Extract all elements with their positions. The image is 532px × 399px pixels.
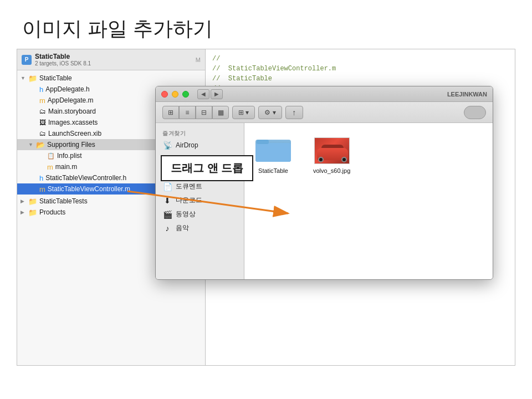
svg-rect-2 xyxy=(255,143,291,162)
chevron-right-icon: ▶ xyxy=(21,209,28,215)
maximize-button[interactable] xyxy=(182,91,189,98)
sidebar-item-label: 도큐멘트 xyxy=(176,182,202,191)
sidebar-item-label: AirDrop xyxy=(176,141,198,149)
plist-icon: 📋 xyxy=(47,152,55,160)
movies-icon: 🎬 xyxy=(162,210,172,219)
chevron-down-icon: ▼ xyxy=(28,142,36,147)
view-mode-buttons: ⊞ ≡ ⊟ ▦ xyxy=(162,106,229,119)
sidebar-item-label: 음악 xyxy=(176,223,189,233)
m-file-icon: m xyxy=(39,185,45,193)
music-icon: ♪ xyxy=(162,224,172,233)
finder-item-label-folder: StaticTable xyxy=(258,167,288,174)
m-file-icon: m xyxy=(39,96,45,105)
tree-item-staticTable-group[interactable]: ▼ 📁 StaticTable xyxy=(17,73,205,84)
action-button[interactable]: ⚙ ▾ xyxy=(258,106,282,119)
code-line-3: // StaticTable xyxy=(212,74,508,84)
sidebar-toggle-button[interactable] xyxy=(464,106,486,119)
finder-nav-buttons: ◀ ▶ xyxy=(197,89,223,99)
sidebar-item-airdrop[interactable]: 📡 AirDrop xyxy=(156,139,244,152)
share-button[interactable]: ↑ xyxy=(285,106,303,119)
finder-item-folder[interactable]: StaticTable xyxy=(255,134,291,174)
tree-item-label: StaticTable xyxy=(39,74,203,82)
sidebar-item-documents[interactable]: 📄 도큐멘트 xyxy=(156,180,244,193)
downloads-icon: ⬇ xyxy=(162,196,172,205)
project-subtitle: 2 targets, iOS SDK 8.1 xyxy=(35,60,192,66)
column-view-button[interactable]: ⊟ xyxy=(196,106,212,119)
favorites-title: 즐겨찾기 xyxy=(156,127,244,139)
storyboard-icon: 🗂 xyxy=(39,108,46,115)
icon-view-button[interactable]: ⊞ xyxy=(162,106,179,119)
sidebar-item-label: 동영상 xyxy=(176,209,196,219)
arrange-button[interactable]: ⊞ ▾ xyxy=(232,106,255,119)
car-image xyxy=(315,138,350,164)
chevron-right-icon: ▶ xyxy=(21,198,28,204)
code-line-2: // StaticTableViewController.m xyxy=(212,64,508,74)
finder-titlebar: ◀ ▶ LEEJINKWAN xyxy=(156,86,493,102)
finder-content: StaticTable volvo_s60.jpg xyxy=(244,123,493,279)
finder-sidebar: 즐겨찾기 📡 AirDrop 🖥 응용 프로그램 🖥 데스크탑 📄 도큐멘트 ⬇… xyxy=(156,123,244,279)
drag-drop-label: 드래그 앤 드롭 xyxy=(161,155,253,181)
finder-item-label-image: volvo_s60.jpg xyxy=(313,167,350,174)
folder-icon: 📁 xyxy=(28,208,37,217)
h-file-icon: h xyxy=(39,85,43,94)
folder-icon: 📁 xyxy=(28,197,37,206)
forward-button[interactable]: ▶ xyxy=(211,89,223,99)
finder-body: 즐겨찾기 📡 AirDrop 🖥 응용 프로그램 🖥 데스크탑 📄 도큐멘트 ⬇… xyxy=(156,123,493,279)
list-view-button[interactable]: ≡ xyxy=(179,106,196,119)
project-header[interactable]: P StaticTable 2 targets, iOS SDK 8.1 M xyxy=(17,49,205,70)
sidebar-item-movies[interactable]: 🎬 동영상 xyxy=(156,207,244,221)
back-button[interactable]: ◀ xyxy=(197,89,209,99)
finder-username: LEEJINKWAN xyxy=(447,91,487,98)
project-info: StaticTable 2 targets, iOS SDK 8.1 xyxy=(35,53,192,66)
sidebar-item-music[interactable]: ♪ 음악 xyxy=(156,221,244,235)
folder-icon xyxy=(255,134,291,164)
chevron-down-icon: ▼ xyxy=(21,75,28,81)
h-file-icon: h xyxy=(39,174,43,182)
finder-item-image[interactable]: volvo_s60.jpg xyxy=(313,137,350,174)
coverflow-button[interactable]: ▦ xyxy=(212,106,229,119)
code-line-1: // xyxy=(212,54,508,64)
finder-toolbar: ⊞ ≡ ⊟ ▦ ⊞ ▾ ⚙ ▾ ↑ xyxy=(156,102,493,123)
project-m-badge: M xyxy=(196,57,201,63)
documents-icon: 📄 xyxy=(162,182,172,191)
sidebar-item-label: 다운로드 xyxy=(176,196,202,205)
close-button[interactable] xyxy=(161,91,168,98)
finder-items-row: StaticTable volvo_s60.jpg xyxy=(255,134,350,174)
m-file-icon: m xyxy=(47,163,53,171)
svg-rect-3 xyxy=(257,140,269,144)
image-thumbnail xyxy=(314,137,350,164)
folder-icon: 📁 xyxy=(28,74,37,83)
airdrop-icon: 📡 xyxy=(162,141,172,150)
minimize-button[interactable] xyxy=(172,91,178,98)
project-name: StaticTable xyxy=(35,53,192,60)
xcassets-icon: 🖼 xyxy=(39,119,46,126)
finder-window: ◀ ▶ LEEJINKWAN ⊞ ≡ ⊟ ▦ ⊞ ▾ ⚙ ▾ ↑ 즐겨찾기 📡 … xyxy=(155,86,493,280)
sidebar-item-downloads[interactable]: ⬇ 다운로드 xyxy=(156,193,244,207)
project-icon: P xyxy=(22,55,32,65)
folder-open-icon: 📂 xyxy=(36,141,45,149)
xib-icon: 🗂 xyxy=(39,130,46,137)
page-title: 이미지 파일 추가하기 xyxy=(0,0,532,54)
